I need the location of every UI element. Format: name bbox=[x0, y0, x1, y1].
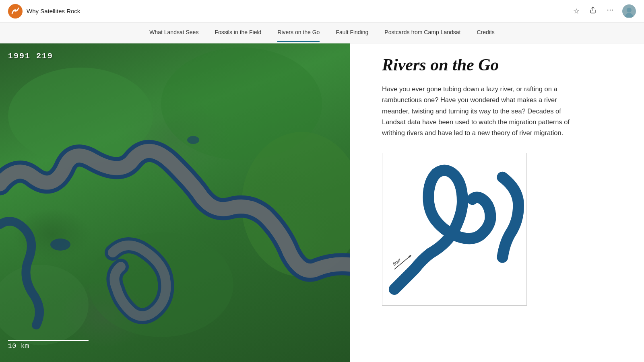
main-nav: What Landsat Sees Fossils in the Field R… bbox=[0, 23, 644, 43]
section-title: Rivers on the Go bbox=[382, 56, 620, 74]
section-body: Have you ever gone tubing down a lazy ri… bbox=[382, 84, 575, 138]
scale-bar: 10 km bbox=[8, 340, 89, 350]
share-icon bbox=[589, 6, 597, 14]
image-timestamp-label: 1991 219 bbox=[8, 51, 53, 61]
svg-point-14 bbox=[187, 136, 199, 144]
svg-point-7 bbox=[627, 8, 632, 12]
main-content: 1991 219 10 km Rivers on the Go Have you… bbox=[0, 43, 644, 362]
svg-point-5 bbox=[612, 10, 613, 11]
nav-item-credits[interactable]: Credits bbox=[477, 23, 494, 42]
svg-point-6 bbox=[625, 13, 633, 17]
star-icon: ☆ bbox=[573, 7, 580, 15]
share-button[interactable] bbox=[588, 5, 598, 17]
more-button[interactable] bbox=[605, 4, 616, 18]
svg-point-3 bbox=[607, 10, 609, 11]
scale-text: 10 km bbox=[8, 343, 89, 350]
nav-item-rivers-on-the-go[interactable]: Rivers on the Go bbox=[277, 23, 320, 42]
header-left: Why Satellites Rock bbox=[8, 4, 80, 19]
app-logo[interactable] bbox=[8, 4, 23, 19]
svg-text:flow: flow bbox=[392, 257, 402, 267]
text-panel: Rivers on the Go Have you ever gone tubi… bbox=[350, 43, 644, 362]
nav-item-postcards-from-camp-landsat[interactable]: Postcards from Camp Landsat bbox=[384, 23, 460, 42]
diagram-svg: flow bbox=[382, 153, 526, 305]
svg-point-1 bbox=[14, 9, 17, 12]
header-right: ☆ bbox=[572, 4, 636, 18]
svg-point-13 bbox=[50, 239, 70, 251]
app-title: Why Satellites Rock bbox=[27, 8, 80, 14]
river-svg bbox=[0, 43, 350, 362]
nav-item-what-landsat-sees[interactable]: What Landsat Sees bbox=[149, 23, 198, 42]
more-icon bbox=[606, 6, 614, 14]
svg-point-4 bbox=[610, 10, 611, 11]
bookmark-button[interactable]: ☆ bbox=[572, 5, 581, 17]
avatar[interactable] bbox=[622, 4, 636, 18]
satellite-image-panel: 1991 219 10 km bbox=[0, 43, 350, 362]
header: Why Satellites Rock ☆ bbox=[0, 0, 644, 23]
svg-point-12 bbox=[0, 265, 89, 345]
river-diagram: flow bbox=[382, 153, 527, 306]
nav-item-fault-finding[interactable]: Fault Finding bbox=[336, 23, 368, 42]
scale-line bbox=[8, 340, 89, 341]
nav-item-fossils-in-the-field[interactable]: Fossils in the Field bbox=[215, 23, 261, 42]
